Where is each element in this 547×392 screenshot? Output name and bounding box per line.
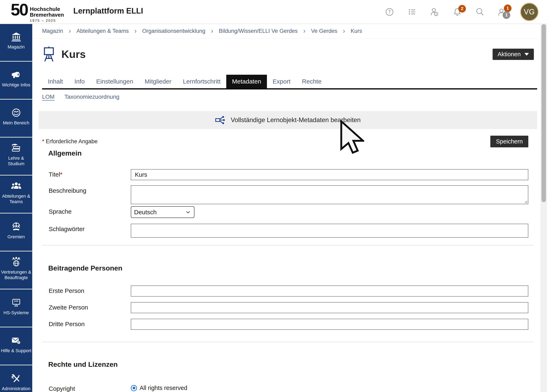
field-row-beschreibung: Beschreibung — [49, 185, 528, 205]
list-icon — [407, 7, 417, 17]
page-title-row: Kurs Aktionen — [32, 39, 541, 62]
actions-button-label: Aktionen — [498, 51, 521, 58]
required-asterisk: * — [42, 138, 44, 144]
erste-person-input[interactable] — [131, 285, 528, 297]
sidebar-item-label: Lehre & Studium — [1, 155, 32, 167]
breadcrumb-separator: › — [343, 27, 345, 35]
copyright-radio[interactable] — [131, 385, 137, 391]
required-asterisk: * — [60, 171, 63, 178]
notifications-button[interactable]: 2 — [452, 7, 462, 17]
subtab-bar: LOM Taxonomiezuordnung — [42, 94, 541, 100]
contacts-button[interactable]: 1 1 — [498, 7, 507, 17]
field-row-dritte-person: Dritte Person — [49, 319, 528, 330]
breadcrumb-item[interactable]: Kurs — [351, 28, 362, 34]
sidebar-item-label: Wichtige Infos — [2, 82, 30, 88]
language-select[interactable]: Deutsch — [131, 206, 194, 218]
beschreibung-label: Beschreibung — [49, 185, 131, 205]
committee-icon — [10, 221, 22, 232]
page-title: Kurs — [62, 49, 86, 60]
sidebar-item-label: Magazin — [8, 44, 25, 50]
pending-users-button[interactable]: ! — [430, 7, 440, 17]
sidebar-item-label: Hilfe & Support — [1, 348, 31, 354]
tab-inhalt[interactable]: Inhalt — [42, 75, 68, 88]
scrollbar-thumb[interactable] — [541, 24, 546, 202]
breadcrumb-item[interactable]: Bildung/Wissen/ELLI Ve Gerdes — [219, 28, 298, 34]
smiley-icon — [10, 107, 22, 118]
sidebar-item-gremien[interactable]: Gremien — [0, 213, 32, 251]
edit-full-metadata-banner[interactable]: Vollständige Lernobjekt-Metadaten bearbe… — [39, 111, 537, 129]
tab-bar: Inhalt Info Einstellungen Mitglieder Ler… — [42, 75, 537, 89]
save-button[interactable]: Speichern — [490, 136, 528, 147]
sidebar-item-vertretungen[interactable]: Vertretungen & Beauftragte — [0, 251, 32, 289]
monitor-icon — [10, 297, 22, 308]
sidebar-item-magazin[interactable]: Magazin — [0, 24, 32, 61]
schlagwoerter-label: Schlagwörter — [49, 224, 131, 238]
subtab-lom[interactable]: LOM — [42, 94, 55, 100]
logo-name-line1: Hochschule — [30, 6, 64, 12]
field-row-titel: Titel* — [49, 169, 528, 180]
breadcrumb-item[interactable]: Ve Gerdes — [311, 28, 337, 34]
tab-lernfortschritt[interactable]: Lernfortschritt — [177, 75, 226, 88]
breadcrumb-separator: › — [68, 27, 71, 35]
sidebar-item-hs-systeme[interactable]: HS-Systeme — [0, 289, 32, 327]
tab-einstellungen[interactable]: Einstellungen — [90, 75, 139, 88]
tab-export[interactable]: Export — [267, 75, 296, 88]
sidebar-item-administration[interactable]: Administration — [0, 365, 32, 392]
todo-list-button[interactable] — [407, 7, 417, 17]
megaphone-icon — [10, 69, 22, 80]
sidebar-item-label: Mein Bereich — [3, 120, 29, 126]
app-title: Lernplattform ELLI — [73, 7, 143, 15]
tab-mitglieder[interactable]: Mitglieder — [139, 75, 177, 88]
people-group-icon — [10, 181, 22, 191]
section-title-beitragende: Beitragende Personen — [48, 264, 541, 272]
breadcrumb-separator: › — [211, 27, 213, 35]
subtab-taxonomiezuordnung[interactable]: Taxonomiezuordnung — [64, 94, 119, 100]
search-button[interactable] — [475, 7, 485, 17]
help-button[interactable]: ? — [385, 7, 394, 17]
breadcrumb: Magazin › Abteilungen & Teams › Organisa… — [32, 24, 541, 39]
contacts-subbadge: 1 — [503, 11, 510, 19]
sidebar-item-abteilungen-teams[interactable]: Abteilungen & Teams — [0, 176, 32, 213]
sidebar-item-label: Administration — [2, 386, 30, 392]
actions-button[interactable]: Aktionen — [492, 49, 534, 60]
field-row-zweite-person: Zweite Person — [49, 302, 528, 313]
university-logo: 50 Hochschule Bremerhaven 1975 – 2025 — [11, 2, 64, 23]
titel-input[interactable] — [131, 169, 528, 180]
sidebar-item-lehre-studium[interactable]: Lehre & Studium — [0, 137, 32, 176]
tab-info[interactable]: Info — [68, 75, 90, 88]
books-grad-cap-icon — [10, 143, 22, 153]
field-row-erste-person: Erste Person — [49, 285, 528, 297]
vertical-scrollbar[interactable] — [541, 24, 547, 392]
field-row-sprache: Sprache Deutsch — [49, 206, 528, 218]
sidebar-item-label: HS-Systeme — [3, 310, 29, 316]
breadcrumb-item[interactable]: Abteilungen & Teams — [76, 28, 129, 34]
logo-50: 50 — [11, 2, 28, 18]
resize-handle[interactable] — [524, 200, 527, 203]
sidebar-item-mein-bereich[interactable]: Mein Bereich — [0, 100, 32, 137]
search-icon — [475, 7, 485, 17]
breadcrumb-separator: › — [303, 27, 306, 35]
tools-icon — [10, 373, 22, 384]
sidebar-item-hilfe-support[interactable]: ? Hilfe & Support — [0, 327, 32, 365]
dritte-person-input[interactable] — [131, 319, 528, 330]
section-title-allgemein: Allgemein — [48, 149, 541, 157]
help-icon: ? — [385, 7, 394, 17]
sidebar-item-label: Vertretungen & Beauftragte — [1, 270, 32, 281]
copyright-option-label: All rights reserved — [140, 385, 187, 391]
chevron-down-icon — [524, 53, 529, 56]
user-pending-icon: ! — [430, 7, 440, 17]
schlagwoerter-input[interactable] — [131, 224, 528, 238]
beschreibung-textarea[interactable] — [131, 185, 528, 204]
tab-metadaten[interactable]: Metadaten — [226, 75, 267, 88]
tab-rechte[interactable]: Rechte — [296, 75, 327, 88]
breadcrumb-item[interactable]: Magazin — [42, 28, 63, 34]
language-select-value: Deutsch — [134, 209, 157, 216]
zweite-person-input[interactable] — [131, 302, 528, 313]
sprache-label: Sprache — [49, 206, 131, 218]
breadcrumb-item[interactable]: Organisationsentwicklung — [142, 28, 205, 34]
svg-text:?: ? — [388, 9, 391, 15]
zweite-person-label: Zweite Person — [49, 302, 131, 313]
course-easel-icon — [42, 46, 56, 62]
sidebar-item-wichtige-infos[interactable]: Wichtige Infos — [0, 61, 32, 100]
user-avatar[interactable]: VG — [520, 3, 539, 21]
